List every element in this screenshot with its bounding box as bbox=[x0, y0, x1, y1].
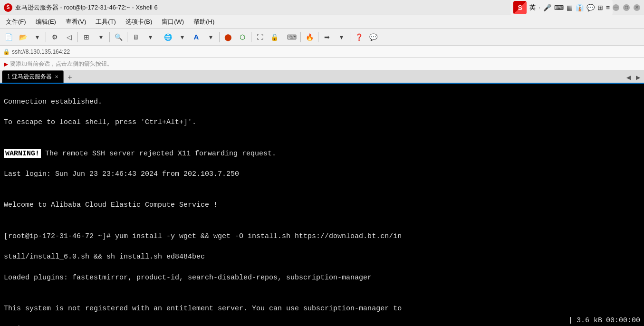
terminal-line-7: Welcome to Alibaba Cloud Elastic Compute… bbox=[4, 200, 640, 211]
terminal-line-10: stall/install_6.0.sh && sh install.sh ed… bbox=[4, 252, 640, 262]
ime-logo: S bbox=[513, 1, 527, 14]
tab-close-icon[interactable]: ✕ bbox=[55, 74, 58, 79]
toolbar-red-btn[interactable]: ⬤ bbox=[221, 30, 235, 44]
toolbar-a-btn[interactable]: A bbox=[190, 30, 203, 44]
maximize-button[interactable]: □ bbox=[623, 4, 630, 11]
ime-grid-icon[interactable]: ⊞ bbox=[597, 4, 603, 11]
toolbar-sep-11 bbox=[350, 32, 350, 42]
terminal-line-4: WARNING! The remote SSH server rejected … bbox=[4, 149, 640, 159]
ime-dot: · bbox=[538, 4, 540, 11]
terminal-line-5: Last login: Sun Jun 23 23:46:43 2024 fro… bbox=[4, 169, 640, 180]
toolbar-sep-4 bbox=[127, 32, 127, 42]
ime-lang: 英 bbox=[529, 3, 536, 12]
terminal-line-9: [root@ip-172-31-46-72 ~]# yum install -y… bbox=[4, 231, 640, 242]
toolbar-dropdown3-btn[interactable]: ▾ bbox=[144, 30, 157, 44]
app-icon: S bbox=[4, 3, 12, 12]
menu-window[interactable]: 窗口(W) bbox=[158, 17, 188, 27]
menu-view[interactable]: 查看(V) bbox=[62, 17, 90, 27]
tab-nav-right[interactable]: ▶ bbox=[634, 72, 642, 83]
menu-bar: 文件(F) 编辑(E) 查看(V) 工具(T) 选项卡(B) 窗口(W) 帮助(… bbox=[0, 15, 644, 29]
toolbar-settings-btn[interactable]: ⊞ bbox=[80, 30, 93, 44]
toolbar-globe-btn[interactable]: 🌐 bbox=[161, 30, 174, 44]
address-bar: 🔒 ssh://8.130.135.164:22 bbox=[0, 46, 644, 58]
menu-help[interactable]: 帮助(H) bbox=[190, 17, 218, 27]
address-text[interactable]: ssh://8.130.135.164:22 bbox=[12, 48, 70, 55]
ime-keyboard-icon[interactable]: ⌨ bbox=[554, 4, 564, 11]
tab-bar: 1 亚马逊云服务器 ✕ + ◀ ▶ bbox=[0, 70, 644, 84]
warning-label: WARNING! bbox=[4, 149, 41, 158]
menu-edit[interactable]: 编辑(E) bbox=[32, 17, 60, 27]
menu-tools[interactable]: 工具(T) bbox=[92, 17, 120, 27]
terminal[interactable]: Connection established. To escape to loc… bbox=[0, 84, 644, 326]
status-bar: | 3.6 kB 00:00:00 bbox=[568, 316, 644, 326]
ime-bar: S 英 · 🎤 ⌨ ▦ 👔 💬 ⊞ ≡ bbox=[510, 0, 613, 15]
toolbar-btn2[interactable]: ⚙ bbox=[48, 30, 61, 44]
toolbar-dropdown6-btn[interactable]: ▾ bbox=[335, 30, 348, 44]
toolbar: 📄 📂 ▾ ⚙ ◁ ⊞ ▾ 🔍 🖥 ▾ 🌐 ▾ A ▾ ⬤ ⬡ ⛶ 🔒 ⌨ 🔥 … bbox=[0, 29, 644, 46]
title-bar-controls: — □ ✕ bbox=[613, 4, 640, 11]
toolbar-dropdown2-btn[interactable]: ▾ bbox=[94, 30, 107, 44]
terminal-line-13: This system is not registered with an en… bbox=[4, 304, 640, 314]
toolbar-search-btn[interactable]: 🔍 bbox=[112, 30, 125, 44]
tab-active[interactable]: 1 亚马逊云服务器 ✕ bbox=[2, 70, 64, 83]
toolbar-sep-9 bbox=[300, 32, 301, 42]
toolbar-help-btn[interactable]: ❓ bbox=[352, 30, 365, 44]
menu-tab[interactable]: 选项卡(B) bbox=[122, 17, 156, 27]
title-bar-text: 亚马逊云服务器 - root@ip-172-31-46-72:~ - Xshel… bbox=[15, 3, 510, 12]
toolbar-display-btn[interactable]: 🖥 bbox=[129, 30, 143, 44]
status-size: 3.6 kB bbox=[577, 316, 602, 326]
toolbar-btn3[interactable]: ◁ bbox=[62, 30, 76, 44]
toolbar-green-btn[interactable]: ⬡ bbox=[236, 30, 249, 44]
close-button[interactable]: ✕ bbox=[634, 4, 640, 11]
toolbar-sep-3 bbox=[109, 32, 110, 42]
hint-text: 要添加当前会话，点击左侧的箭头按钮。 bbox=[10, 60, 113, 68]
tab-nav-left[interactable]: ◀ bbox=[624, 72, 633, 83]
toolbar-sep-8 bbox=[283, 32, 283, 42]
ime-shirt-icon[interactable]: 👔 bbox=[576, 4, 584, 11]
toolbar-open-btn[interactable]: 📂 bbox=[16, 30, 29, 44]
title-bar: S 亚马逊云服务器 - root@ip-172-31-46-72:~ - Xsh… bbox=[0, 0, 644, 15]
lock-icon: 🔒 bbox=[3, 48, 10, 55]
terminal-line-11: Loaded plugins: fastestmirror, product-i… bbox=[4, 273, 640, 283]
toolbar-sep-1 bbox=[46, 32, 46, 42]
ime-menu-icon[interactable]: ≡ bbox=[606, 4, 610, 11]
toolbar-chat-btn[interactable]: 💬 bbox=[366, 30, 380, 44]
menu-file[interactable]: 文件(F) bbox=[2, 17, 30, 27]
toolbar-dropdown5-btn[interactable]: ▾ bbox=[204, 30, 217, 44]
toolbar-keyboard-btn[interactable]: ⌨ bbox=[285, 30, 298, 44]
toolbar-dropdown-btn[interactable]: ▾ bbox=[30, 30, 44, 44]
toolbar-expand-btn[interactable]: ⛶ bbox=[253, 30, 267, 44]
terminal-line-14: register. bbox=[4, 324, 640, 326]
hint-arrow-icon: ▶ bbox=[4, 61, 8, 67]
toolbar-lock-btn[interactable]: 🔒 bbox=[268, 30, 281, 44]
terminal-line-2: To escape to local shell, press 'Ctrl+Al… bbox=[4, 117, 640, 128]
tab-add-button[interactable]: + bbox=[65, 72, 75, 83]
tab-nav: ◀ ▶ bbox=[624, 72, 642, 83]
terminal-line-4-rest: The remote SSH server rejected X11 forwa… bbox=[41, 150, 276, 158]
toolbar-dropdown4-btn[interactable]: ▾ bbox=[175, 30, 189, 44]
status-separator: | bbox=[568, 316, 573, 326]
toolbar-arrow-btn[interactable]: ➡ bbox=[320, 30, 334, 44]
ime-table-icon[interactable]: ▦ bbox=[567, 4, 573, 11]
ime-chat-icon[interactable]: 💬 bbox=[586, 4, 595, 11]
toolbar-sep-2 bbox=[77, 32, 78, 42]
toolbar-sep-10 bbox=[318, 32, 318, 42]
status-time: 00:00:00 bbox=[606, 316, 640, 326]
toolbar-new-btn[interactable]: 📄 bbox=[2, 30, 15, 44]
ime-mic-icon[interactable]: 🎤 bbox=[543, 4, 551, 11]
toolbar-sep-5 bbox=[159, 32, 159, 42]
minimize-button[interactable]: — bbox=[613, 4, 619, 11]
hint-bar: ▶ 要添加当前会话，点击左侧的箭头按钮。 bbox=[0, 58, 644, 70]
toolbar-sep-7 bbox=[251, 32, 251, 42]
terminal-line-1: Connection established. bbox=[4, 97, 640, 107]
toolbar-fire-btn[interactable]: 🔥 bbox=[303, 30, 316, 44]
tab-active-label: 1 亚马逊云服务器 bbox=[7, 73, 52, 81]
toolbar-sep-6 bbox=[219, 32, 220, 42]
